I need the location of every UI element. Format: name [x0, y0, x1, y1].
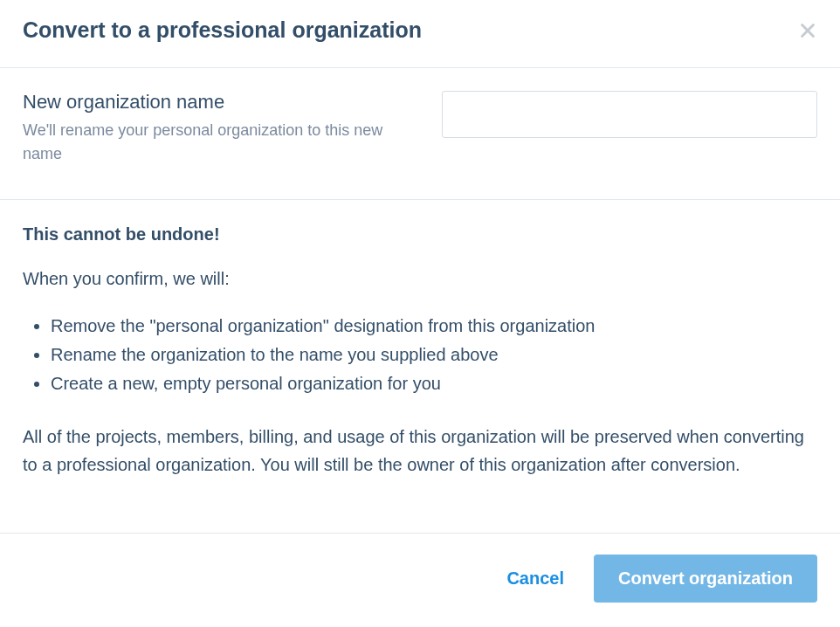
- org-name-label: New organization name: [23, 91, 389, 114]
- modal-header: Convert to a professional organization: [0, 0, 840, 68]
- modal-title: Convert to a professional organization: [23, 17, 422, 43]
- list-item: Remove the "personal organization" desig…: [51, 312, 817, 341]
- org-name-label-block: New organization name We'll rename your …: [23, 91, 389, 166]
- list-item: Rename the organization to the name you …: [51, 341, 817, 369]
- cancel-button[interactable]: Cancel: [501, 560, 569, 597]
- action-list: Remove the "personal organization" desig…: [23, 312, 817, 398]
- list-item: Create a new, empty personal organizatio…: [51, 369, 817, 398]
- modal-body: This cannot be undone! When you confirm,…: [0, 200, 840, 533]
- convert-organization-button[interactable]: Convert organization: [594, 555, 817, 603]
- org-name-description: We'll rename your personal organization …: [23, 119, 389, 166]
- modal-footer: Cancel Convert organization: [0, 533, 840, 627]
- convert-organization-modal: Convert to a professional organization N…: [0, 0, 840, 627]
- close-icon[interactable]: [798, 21, 817, 40]
- warning-heading: This cannot be undone!: [23, 224, 817, 245]
- org-name-section: New organization name We'll rename your …: [0, 68, 840, 200]
- preservation-paragraph: All of the projects, members, billing, a…: [23, 423, 817, 479]
- confirm-intro: When you confirm, we will:: [23, 269, 817, 289]
- org-name-input[interactable]: [442, 91, 817, 138]
